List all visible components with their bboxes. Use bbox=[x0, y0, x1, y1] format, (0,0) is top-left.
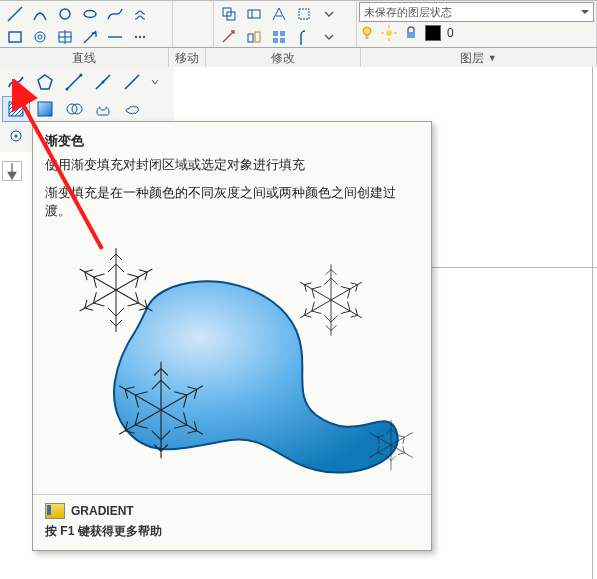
svg-line-48 bbox=[116, 264, 124, 272]
svg-line-83 bbox=[344, 289, 353, 298]
svg-line-64 bbox=[116, 320, 122, 326]
mod-btn-5[interactable] bbox=[216, 25, 242, 49]
svg-line-100 bbox=[302, 309, 309, 316]
svg-rect-22 bbox=[280, 38, 285, 43]
tooltip-command: GRADIENT bbox=[71, 504, 134, 518]
layer-name: 0 bbox=[447, 26, 454, 40]
svg-point-9 bbox=[139, 36, 141, 38]
donut-tool[interactable] bbox=[27, 25, 53, 49]
tooltip-hint: 按 F1 键获得更多帮助 bbox=[45, 523, 419, 540]
svg-line-32 bbox=[67, 75, 81, 89]
svg-point-1 bbox=[84, 11, 96, 18]
canvas-divider-v bbox=[592, 67, 593, 579]
svg-line-90 bbox=[351, 313, 358, 320]
svg-line-95 bbox=[326, 326, 331, 331]
line-a-icon[interactable] bbox=[60, 69, 88, 95]
line-more[interactable] bbox=[127, 25, 153, 49]
mod-dropdown-2[interactable] bbox=[316, 25, 342, 49]
svg-line-94 bbox=[331, 326, 336, 331]
svg-line-79 bbox=[326, 270, 331, 275]
svg-rect-16 bbox=[299, 9, 309, 19]
svg-line-141 bbox=[400, 438, 407, 445]
svg-line-144 bbox=[398, 451, 405, 458]
mod-btn-2[interactable] bbox=[241, 2, 267, 26]
xline-tool[interactable] bbox=[102, 25, 128, 49]
hatch-icon[interactable] bbox=[2, 96, 30, 122]
tooltip-desc-2: 渐变填充是在一种颜色的不同灰度之间或两种颜色之间创建过渡。 bbox=[45, 184, 419, 220]
svg-rect-17 bbox=[248, 34, 253, 42]
svg-rect-13 bbox=[248, 10, 260, 18]
svg-point-36 bbox=[102, 81, 105, 84]
helix-tool[interactable] bbox=[127, 2, 153, 26]
lock-icon[interactable] bbox=[403, 25, 419, 41]
svg-line-77 bbox=[324, 278, 331, 285]
svg-rect-20 bbox=[280, 31, 285, 36]
rect-tool[interactable] bbox=[2, 25, 28, 49]
svg-line-54 bbox=[139, 267, 147, 275]
bulb-icon[interactable] bbox=[359, 25, 375, 41]
mod-btn-7[interactable] bbox=[266, 25, 292, 49]
panel-label-mod: 修改 bbox=[206, 48, 361, 68]
spline-tool[interactable] bbox=[102, 2, 128, 26]
mod-btn-3[interactable] bbox=[266, 2, 292, 26]
tooltip-popup: 渐变色 使用渐变填充对封闭区域或选定对象进行填充 渐变填充是在一种颜色的不同灰度… bbox=[32, 121, 432, 551]
line-dropdown[interactable] bbox=[147, 69, 163, 95]
tooltip-desc-1: 使用渐变填充对封闭区域或选定对象进行填充 bbox=[45, 156, 419, 174]
svg-line-49 bbox=[110, 254, 116, 260]
svg-rect-21 bbox=[273, 38, 278, 43]
svg-line-98 bbox=[308, 302, 317, 311]
ellipse-tool[interactable] bbox=[77, 2, 103, 26]
layer-state-combo[interactable]: 未保存的图层状态 bbox=[359, 2, 594, 22]
gradient-icon[interactable] bbox=[31, 96, 59, 122]
line-c-icon[interactable] bbox=[118, 69, 146, 95]
svg-point-10 bbox=[143, 36, 145, 38]
line-tool-1[interactable] bbox=[2, 2, 28, 26]
pin-icon[interactable] bbox=[2, 161, 22, 181]
svg-line-146 bbox=[391, 456, 396, 461]
svg-line-104 bbox=[302, 285, 309, 292]
svg-point-33 bbox=[66, 88, 69, 91]
ray-tool[interactable] bbox=[77, 25, 103, 49]
svg-point-3 bbox=[35, 32, 45, 42]
svg-line-93 bbox=[324, 316, 331, 323]
svg-rect-39 bbox=[38, 102, 52, 116]
svg-rect-18 bbox=[255, 32, 260, 42]
polygon-icon[interactable] bbox=[31, 69, 59, 95]
arc-tool[interactable] bbox=[27, 2, 53, 26]
point-tool[interactable] bbox=[52, 25, 78, 49]
tooltip-preview bbox=[46, 230, 418, 480]
revcloud-icon[interactable] bbox=[118, 96, 146, 122]
svg-line-52 bbox=[128, 270, 139, 281]
svg-line-63 bbox=[108, 308, 116, 316]
misc-tool-1[interactable] bbox=[2, 123, 30, 149]
svg-rect-2 bbox=[9, 32, 21, 42]
svg-line-82 bbox=[341, 283, 350, 292]
boundary-icon[interactable] bbox=[60, 96, 88, 122]
svg-line-74 bbox=[82, 272, 90, 280]
tooltip-title: 渐变色 bbox=[45, 132, 419, 150]
mod-btn-6[interactable] bbox=[241, 25, 267, 49]
mod-btn-4[interactable] bbox=[291, 2, 317, 26]
svg-rect-19 bbox=[273, 31, 278, 36]
region-icon[interactable] bbox=[89, 96, 117, 122]
svg-line-143 bbox=[400, 447, 407, 454]
svg-line-78 bbox=[331, 278, 338, 285]
svg-line-55 bbox=[142, 272, 150, 280]
svg-line-103 bbox=[312, 283, 321, 292]
color-swatch[interactable] bbox=[425, 25, 441, 41]
mod-dropdown[interactable] bbox=[316, 2, 342, 26]
sun-icon[interactable] bbox=[381, 25, 397, 41]
svg-line-73 bbox=[93, 270, 104, 281]
svg-line-84 bbox=[351, 281, 358, 288]
panel-label-move: 移动 bbox=[169, 48, 206, 68]
line-b-icon[interactable] bbox=[89, 69, 117, 95]
svg-line-102 bbox=[308, 289, 317, 298]
circle-tool[interactable] bbox=[52, 2, 78, 26]
svg-line-58 bbox=[128, 299, 139, 310]
svg-line-62 bbox=[116, 308, 124, 316]
mod-btn-1[interactable] bbox=[216, 2, 242, 26]
mod-btn-8[interactable] bbox=[291, 25, 317, 49]
svg-line-50 bbox=[116, 254, 122, 260]
svg-line-67 bbox=[93, 299, 104, 310]
polyline-icon[interactable] bbox=[2, 69, 30, 95]
